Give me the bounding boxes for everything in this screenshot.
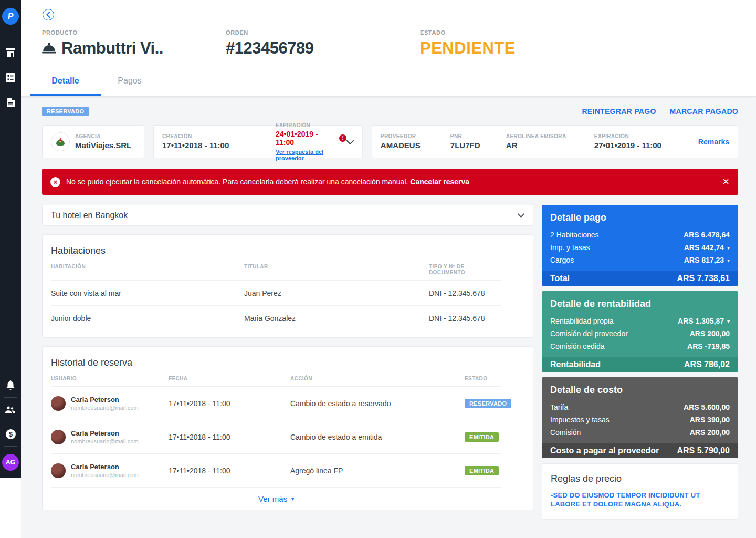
sidebar-item-users[interactable] <box>0 401 21 419</box>
proveedor-label: PROVEEDOR <box>381 133 430 139</box>
close-icon[interactable]: × <box>722 176 729 188</box>
hotel-section-header[interactable]: Tu hotel en Bangkok <box>42 205 533 226</box>
titular-cell: Maria Gonzalez <box>244 314 429 323</box>
caret-down-icon[interactable]: ▾ <box>727 245 730 251</box>
agencia-card: AGENCIA MatiViajes.SRL <box>42 125 144 158</box>
sidebar-item-store[interactable] <box>0 44 21 61</box>
cloche-icon <box>42 43 56 55</box>
detalle-rentabilidad-panel: Detalle de rentabilidad Rentabilidad pro… <box>542 291 738 372</box>
sidebar-divider <box>4 397 17 398</box>
sidebar-item-orders[interactable] <box>0 69 21 87</box>
row-value: ARS 1.305,87 <box>678 317 724 325</box>
panel-total-row: Costo a pagar al proveedor ARS 5.790,00 <box>542 443 738 458</box>
marcar-pagado-link[interactable]: MARCAR PAGADO <box>670 107 738 116</box>
app-logo-glyph: P <box>7 12 14 21</box>
habitacion-cell: Suite con vista al mar <box>51 289 244 297</box>
expiracion2-label: EXPIRACIÓN <box>594 133 678 139</box>
habitaciones-header-row: HABITACIÓN TITULAR TIPO Y Nº DE DOCUMENT… <box>51 264 501 281</box>
chevron-down-icon <box>346 140 354 144</box>
row-value: ARS 390,00 <box>690 416 730 424</box>
back-button[interactable] <box>43 9 54 20</box>
expand-expiracion-button[interactable] <box>346 140 354 144</box>
row-label: Imp. y tasas <box>550 243 590 252</box>
table-row: Suite con vista al mar Juan Perez DNI - … <box>51 281 501 306</box>
row-label: 2 Habitaciones <box>550 231 599 239</box>
tab-pagos[interactable]: Pagos <box>101 67 159 96</box>
cancelar-reserva-link[interactable]: Cancelar reserva <box>410 178 469 186</box>
documento-cell: DNI - 12.345.678 <box>429 314 501 323</box>
pnr-value: 7LU7FD <box>450 141 486 150</box>
table-row: Junior doble Maria Gonzalez DNI - 12.345… <box>51 306 501 331</box>
column-header: USUARIO <box>51 376 169 381</box>
ballot-icon <box>6 73 15 82</box>
row-value: ARS 442,74 <box>684 243 724 252</box>
historial-card: Historial de reserva USUARIO FECHA ACCIÓ… <box>42 346 533 510</box>
agencia-value: MatiViajes.SRL <box>75 141 131 150</box>
row-label: Comisión <box>550 428 581 437</box>
sidebar-item-documents[interactable] <box>0 94 21 111</box>
historial-row: Carla Peterson nombreusuario@mail.com 17… <box>51 387 501 420</box>
remarks-link[interactable]: Remarks <box>698 138 729 146</box>
historial-row: Carla Peterson nombreusuario@mail.com 17… <box>51 454 501 488</box>
user-name: Carla Peterson <box>71 463 139 471</box>
accion-cell: Cambio de estado a emitida <box>290 433 465 441</box>
tab-detalle[interactable]: Detalle <box>30 67 101 96</box>
sidebar-item-notifications[interactable] <box>0 376 21 394</box>
document-icon <box>7 98 15 107</box>
caret-down-icon[interactable]: ▾ <box>727 318 730 324</box>
toolbar: RESERVADO REINTEGRAR PAGO MARCAR PAGADO <box>42 107 738 116</box>
order-group: ORDEN #123456789 <box>226 29 313 58</box>
status-badge: RESERVADO <box>42 107 89 116</box>
column-header: ACCIÓN <box>290 376 465 381</box>
user-email: nombreusuario@mail.com <box>71 472 139 478</box>
column-header: FECHA <box>169 376 290 381</box>
app-logo[interactable]: P <box>2 8 19 25</box>
user-name: Carla Peterson <box>71 429 139 437</box>
proveedor-value: AMADEUS <box>381 141 430 150</box>
habitaciones-card: Habitaciones HABITACIÓN TITULAR TIPO Y N… <box>42 234 533 338</box>
historial-row: Carla Peterson nombreusuario@mail.com 17… <box>51 420 501 454</box>
row-label: Rentabilidad propia <box>550 317 614 325</box>
aerolinea-label: AEROLINEA EMISORA <box>506 133 574 139</box>
chevron-down-icon[interactable] <box>518 213 524 218</box>
row-value: ARS 5.600,00 <box>684 403 730 411</box>
content: RESERVADO REINTEGRAR PAGO MARCAR PAGADO … <box>21 97 756 538</box>
panel-title: Detalle de rentabilidad <box>542 297 738 315</box>
proveedor-card: PROVEEDOR AMADEUS PNR 7LU7FD AEROLINEA E… <box>372 125 738 158</box>
column-header: TIPO Y Nº DE DOCUMENTO <box>429 264 501 275</box>
order-label: ORDEN <box>226 29 313 36</box>
status-badge: EMITIDA <box>465 432 499 442</box>
cancellation-alert: × No se pudo ejecutar la cancelación aut… <box>42 169 738 195</box>
fecha-cell: 17•11•2018 - 11:00 <box>169 467 290 475</box>
chevron-left-icon <box>46 12 50 18</box>
user-avatar[interactable]: AG <box>2 454 19 471</box>
column-header: HABITACIÓN <box>51 264 244 275</box>
total-label: Rentabilidad <box>550 360 601 369</box>
header-divider <box>568 0 568 67</box>
ver-mas-button[interactable]: Ver más ▾ <box>51 488 501 510</box>
total-value: ARS 5.790,00 <box>677 446 730 456</box>
caret-down-icon: ▾ <box>291 496 294 502</box>
row-value: ARS 6.478,64 <box>684 231 730 239</box>
ver-mas-label: Ver más <box>258 494 287 503</box>
reglas-text: -SED DO EIUSMOD TEMPOR INCIDIDUNT UT LAB… <box>551 491 729 509</box>
user-name: Carla Peterson <box>71 396 139 404</box>
caret-down-icon[interactable]: ▾ <box>727 257 730 263</box>
row-value: ARS 200,00 <box>690 329 730 338</box>
avatar <box>51 463 66 478</box>
titular-cell: Juan Perez <box>244 289 429 297</box>
habitacion-cell: Junior doble <box>51 314 244 323</box>
header: PRODUCTO Rambuttri Vi.. ORDEN #123456789… <box>21 0 756 67</box>
total-value: ARS 7.738,61 <box>677 274 730 283</box>
ver-respuesta-link[interactable]: Ver respuesta del proveedor <box>276 149 346 161</box>
column-header: TITULAR <box>244 264 429 275</box>
column-header: ESTADO <box>465 376 501 381</box>
reintegrar-pago-link[interactable]: REINTEGRAR PAGO <box>582 107 656 116</box>
reglas-precio-card: Reglas de precio -SED DO EIUSMOD TEMPOR … <box>542 463 738 520</box>
sidebar-item-billing[interactable]: $ <box>0 425 21 443</box>
warning-icon: ! <box>339 134 346 142</box>
panel-total-row: Rentabilidad ARS 786,02 <box>542 357 738 372</box>
user-email: nombreusuario@mail.com <box>71 405 139 411</box>
accion-cell: Agregó linea FP <box>290 467 465 475</box>
fechas-card: CREACIÓN 17•11•2018 - 11:00 EXPIRACIÓN 2… <box>153 125 363 158</box>
